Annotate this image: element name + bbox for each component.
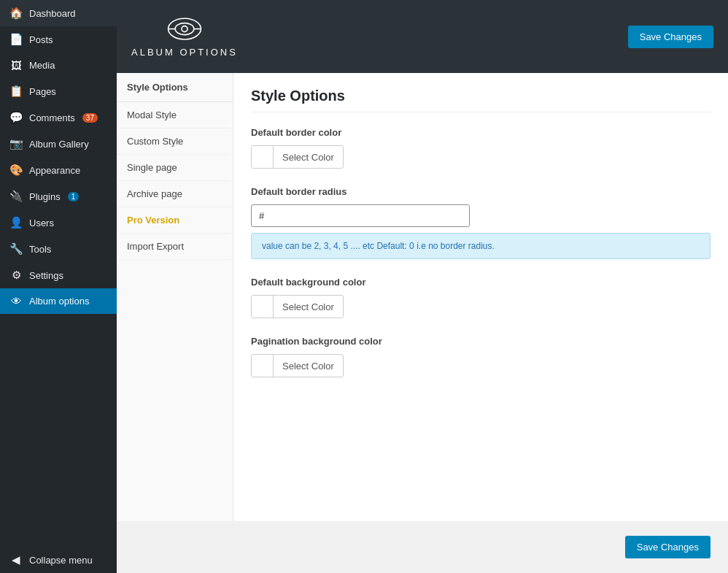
plugin-logo [167,16,202,42]
nav-item-archive-page[interactable]: Archive page [117,181,233,207]
comments-badge: 37 [82,113,98,123]
album-gallery-icon: 📷 [9,137,23,150]
sidebar-item-label: Tools [29,244,51,255]
default-border-radius-input[interactable] [251,204,470,227]
users-icon: 👤 [9,216,23,229]
nav-item-modal-style[interactable]: Modal Style [117,102,233,128]
collapse-icon: ◀ [9,553,23,566]
sidebar-item-dashboard[interactable]: 🏠 Dashboard [0,0,117,26]
default-border-color-label: Default border color [251,127,710,138]
default-border-radius-label: Default border radius [251,186,710,197]
default-background-color-section: Default background color Select Color [251,277,710,318]
sidebar-item-label: Settings [29,270,63,281]
default-background-color-button[interactable]: Select Color [251,295,344,318]
default-border-color-text: Select Color [274,147,343,167]
sidebar-item-comments[interactable]: 💬 Comments 37 [0,104,117,131]
media-icon: 🖼 [9,59,23,72]
default-border-color-swatch [252,146,274,168]
collapse-label: Collapse menu [29,555,93,566]
main-wrapper: ALBUM OPTIONS Save Changes Style Options… [117,0,728,573]
sidebar-item-plugins[interactable]: 🔌 Plugins 1 [0,183,117,209]
default-border-color-section: Default border color Select Color [251,127,710,169]
pagination-background-color-text: Select Color [274,356,343,376]
sidebar-item-album-gallery[interactable]: 📷 Album Gallery [0,131,117,157]
plugin-title: ALBUM OPTIONS [131,47,238,58]
default-border-radius-section: Default border radius value can be 2, 3,… [251,186,710,259]
sidebar-item-collapse[interactable]: ◀ Collapse menu [0,547,117,573]
default-background-color-text: Select Color [274,297,343,317]
default-background-color-swatch [252,296,274,318]
pagination-background-color-section: Pagination background color Select Color [251,336,710,377]
pages-icon: 📋 [9,85,23,98]
page-footer: Save Changes [117,521,728,573]
panel-title: Style Options [251,88,710,112]
left-nav: Style Options Modal Style Custom Style S… [117,73,233,521]
sidebar-item-label: Pages [29,86,56,97]
pagination-background-color-swatch [252,355,274,377]
sidebar: 🏠 Dashboard 📄 Posts 🖼 Media 📋 Pages 💬 Co… [0,0,117,573]
svg-point-1 [175,23,194,34]
sidebar-item-label: Comments [29,112,75,123]
settings-icon: ⚙ [9,269,23,282]
sidebar-item-media[interactable]: 🖼 Media [0,53,117,78]
nav-item-pro-version[interactable]: Pro Version [117,207,233,234]
save-changes-bottom-button[interactable]: Save Changes [625,536,710,558]
default-background-color-label: Default background color [251,277,710,288]
content-area: Style Options Modal Style Custom Style S… [117,73,728,521]
sidebar-item-posts[interactable]: 📄 Posts [0,26,117,53]
plugin-title-block: ALBUM OPTIONS [131,16,238,58]
plugins-badge: 1 [68,192,80,201]
nav-item-custom-style[interactable]: Custom Style [117,128,233,155]
save-changes-top-button[interactable]: Save Changes [628,26,713,48]
sidebar-item-label: Dashboard [29,8,76,19]
pagination-background-color-button[interactable]: Select Color [251,354,344,377]
pagination-background-color-label: Pagination background color [251,336,710,347]
sidebar-item-label: Album options [29,296,89,307]
sidebar-item-users[interactable]: 👤 Users [0,209,117,236]
sidebar-item-album-options[interactable]: 👁 Album options [0,288,117,314]
plugins-icon: 🔌 [9,190,23,203]
plugin-header: ALBUM OPTIONS Save Changes [117,0,728,73]
sidebar-item-label: Appearance [29,165,80,176]
nav-item-single-page[interactable]: Single page [117,155,233,181]
sidebar-item-pages[interactable]: 📋 Pages [0,78,117,104]
sidebar-item-label: Posts [29,34,53,45]
default-border-radius-hint: value can be 2, 3, 4, 5 .... etc Default… [251,233,710,259]
right-panel: Style Options Default border color Selec… [233,73,728,521]
default-border-color-button[interactable]: Select Color [251,145,344,169]
sidebar-item-settings[interactable]: ⚙ Settings [0,262,117,288]
nav-item-import-export[interactable]: Import Export [117,234,233,260]
sidebar-item-label: Album Gallery [29,139,89,150]
sidebar-item-tools[interactable]: 🔧 Tools [0,236,117,262]
sidebar-item-label: Plugins [29,191,61,202]
sidebar-item-label: Users [29,218,54,228]
svg-point-2 [182,26,187,31]
tools-icon: 🔧 [9,242,23,255]
sidebar-item-label: Media [29,60,55,71]
comments-icon: 💬 [9,111,23,124]
appearance-icon: 🎨 [9,164,23,177]
album-options-icon: 👁 [9,295,23,307]
sidebar-item-appearance[interactable]: 🎨 Appearance [0,157,117,183]
left-nav-title: Style Options [117,73,233,102]
posts-icon: 📄 [9,33,23,46]
dashboard-icon: 🏠 [9,7,23,20]
